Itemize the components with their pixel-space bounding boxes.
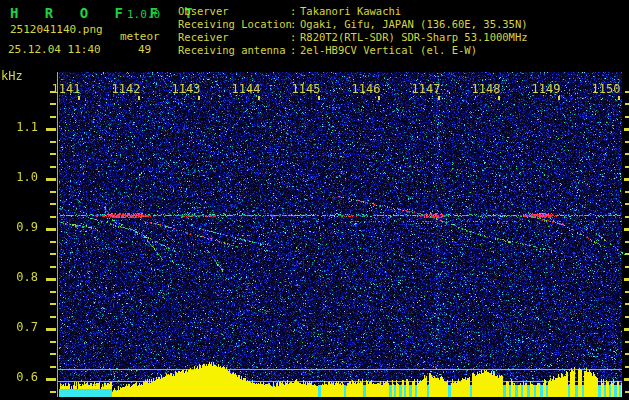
y-tick-label: 1.1 (4, 120, 38, 134)
info-value: R820T2(RTL-SDR) SDR-Sharp 53.1000MHz (300, 31, 528, 43)
mode-label: meteor (120, 30, 160, 43)
app-title: H R O F F T (10, 5, 202, 21)
info-value: Takanori Kawachi (300, 5, 401, 17)
x-tick-label: 1147 (404, 82, 448, 96)
y-tick-label: 0.9 (4, 220, 38, 234)
info-row-receiver: Receiver:R820T2(RTL-SDR) SDR-Sharp 53.10… (178, 31, 528, 44)
x-tick-label: 1145 (284, 82, 328, 96)
info-label: Receiving antenna (178, 44, 290, 57)
x-tick-label: 1141 (44, 82, 88, 96)
x-tick-label: 1150 (584, 82, 628, 96)
echo-count: 49 (138, 43, 151, 56)
datetime-label: 25.12.04 11:40 (8, 43, 101, 56)
station-info: Observer:Takanori Kawachi Receiving Loca… (178, 5, 528, 57)
info-label: Receiver (178, 31, 290, 44)
info-row-observer: Observer:Takanori Kawachi (178, 5, 528, 18)
info-separator: : (290, 18, 300, 31)
app-version: 1.0.0 (127, 8, 160, 21)
x-tick-label: 1144 (224, 82, 268, 96)
y-tick-label: 0.6 (4, 370, 38, 384)
info-row-antenna: Receiving antenna:2el-HB9CV Vertical (el… (178, 44, 528, 57)
spectrogram-canvas (0, 62, 629, 400)
info-separator: : (290, 5, 300, 18)
x-tick-label: 1143 (164, 82, 208, 96)
info-separator: : (290, 44, 300, 57)
x-tick-label: 1146 (344, 82, 388, 96)
y-tick-label: 1.0 (4, 170, 38, 184)
info-label: Receiving Location (178, 18, 290, 31)
info-row-location: Receiving Location:Ogaki, Gifu, JAPAN (1… (178, 18, 528, 31)
info-value: Ogaki, Gifu, JAPAN (136.60E, 35.35N) (300, 18, 528, 30)
y-tick-label: 0.8 (4, 270, 38, 284)
info-label: Observer (178, 5, 290, 18)
y-axis-unit-label: kHz (1, 69, 23, 83)
hrofft-screenshot: H R O F F T 1.0.0 2512041140.png meteor … (0, 0, 629, 400)
y-tick-label: 0.7 (4, 320, 38, 334)
x-tick-label: 1149 (524, 82, 568, 96)
x-tick-label: 1142 (104, 82, 148, 96)
x-tick-label: 1148 (464, 82, 508, 96)
info-value: 2el-HB9CV Vertical (el. E-W) (300, 44, 477, 56)
info-separator: : (290, 31, 300, 44)
output-filename: 2512041140.png (10, 23, 103, 36)
